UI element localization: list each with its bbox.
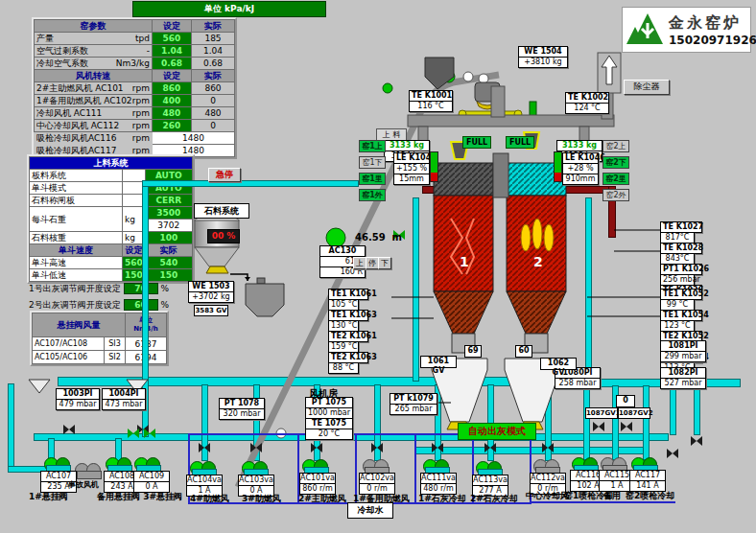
motor-label: 2#石灰冷却 [470, 493, 518, 505]
valve-icon[interactable] [199, 443, 210, 452]
skip-car [326, 228, 345, 247]
valve-icon[interactable] [484, 443, 496, 452]
valve-icon[interactable] [621, 422, 632, 431]
gv1087-1-label: 1087GV1 [585, 407, 618, 419]
motor-label: 1#备用助燃风 [353, 493, 410, 505]
kiln1-temp-stack: TE1 K1061105 °C TE1 K1063130 °C TE2 K106… [328, 290, 391, 374]
kiln2-inner-button[interactable]: 窑2里 [602, 173, 629, 185]
kiln1-top-button[interactable]: 窑1上 [359, 140, 386, 152]
kiln1-outer-button[interactable]: 窑1外 [359, 189, 386, 201]
valve-icon[interactable] [371, 443, 383, 452]
kiln1-bottom-button[interactable]: 窑1下 [359, 156, 386, 169]
kiln-1 [434, 142, 493, 353]
hmi-screen: 单位 kPa/kJ 金永窑炉 15020971926 窑参数 设定 实际 产量t… [0, 0, 756, 533]
hoist-height: 46.59 m [355, 232, 402, 243]
weigh-hopper [246, 284, 284, 316]
silo-level-display: 00 % [207, 229, 240, 243]
we1503-box: WE 1503+3702 kg [188, 282, 234, 303]
kiln1-damper-opening: 69 [464, 345, 482, 358]
skip-weight-box: WE 1504+3810 kg [518, 47, 568, 68]
kiln2-number: 2 [533, 254, 543, 269]
stone-system-label: 石料系统 [194, 203, 249, 219]
kiln2-bottom-button[interactable]: 窑2下 [602, 156, 629, 169]
pi1004-box: 1004PI473 mbar [102, 389, 146, 410]
accident-fan-label: 事故风机 [68, 479, 99, 490]
motor-label: 中心冷却风 [526, 490, 569, 502]
kiln2-damper-opening: 60 [515, 345, 532, 358]
valve-icon[interactable] [144, 429, 155, 438]
gv1062-label: 1062 GV [540, 358, 577, 370]
motor-box: AC1090 A [133, 472, 170, 493]
motor-box: AC117141 A [629, 471, 666, 492]
auto-ash-mode-button[interactable]: 自动出灰模式 [458, 423, 536, 440]
gv3583-label: 3583 GV [194, 305, 228, 316]
dust-collector-button[interactable]: 除尘器 [624, 80, 670, 95]
kiln1-level-box: LE K1045 +155 % 15mm [393, 153, 430, 185]
kiln1-inner-button[interactable]: 窑1里 [359, 173, 386, 185]
motor-box: AC111va480 r/m [420, 474, 457, 495]
valve-icon[interactable] [593, 422, 604, 431]
hoist-stop-button[interactable]: 停 [366, 257, 379, 269]
hoist-down-button[interactable]: 下 [378, 257, 391, 269]
motor-box: AC101va860 r/m [299, 474, 336, 495]
valve-icon[interactable] [542, 443, 554, 452]
gv1061-label: 1061 GV [420, 356, 457, 368]
kiln1-level-bar [430, 151, 438, 182]
motor-label: 备用 [603, 490, 621, 502]
kiln2-outer-button[interactable]: 窑2外 [602, 189, 629, 201]
motor-label: 1#石灰冷却 [418, 493, 466, 505]
valve-icon[interactable] [311, 443, 322, 452]
motor-label: 1#悬挂阀 [29, 491, 68, 503]
kiln1-number: 1 [460, 254, 469, 269]
intake-funnel-1 [29, 380, 50, 393]
motor-label: 4#助燃风 [190, 493, 229, 505]
pi1003-box: 1003PI479 mbar [56, 389, 100, 410]
te-k1001-box: TE K1001116 °C [409, 91, 453, 112]
gv1087-2-label: 1087GV2 [618, 407, 650, 419]
valve-icon[interactable] [691, 436, 702, 446]
te-k1002-box: TE K1002124 °C [565, 93, 609, 114]
pi1081-box: 1081PI299 mbar [660, 341, 706, 362]
motor-box: AC102va0 r/m [359, 474, 395, 495]
hoist-up-button[interactable]: 上 [353, 257, 366, 269]
pt-k1079-box: PT k1079265 mbar [390, 394, 437, 415]
kiln2-level-box: LE K1046 +28 % 910mm [562, 153, 599, 185]
emergency-stop-button[interactable]: 急停 [208, 168, 241, 182]
valve-icon[interactable] [128, 429, 139, 438]
kiln2-full-indicator: FULL [506, 136, 534, 149]
motor-label: 窑2喷枪冷却 [626, 490, 674, 502]
valve-icon[interactable] [63, 425, 75, 434]
kiln2-top-button[interactable]: 窑2上 [602, 140, 629, 152]
kiln-crossover [493, 153, 508, 197]
valve-icon[interactable] [432, 443, 443, 452]
kiln2-level-bar [554, 151, 562, 182]
fan-house-box: PT 10751000 mbar TE 107520 °C [305, 398, 353, 440]
motor-label: 3#助燃风 [242, 493, 281, 505]
kiln1-full-indicator: FULL [462, 136, 491, 149]
pt1078-box: PT 1078320 mbar [219, 399, 265, 420]
backup-suspension-label: 备用悬挂阀 3#悬挂阀 [97, 491, 182, 503]
valve-icon[interactable] [250, 443, 262, 452]
accident-fan-icon[interactable] [75, 463, 102, 479]
pi1082-box: 1082PI527 mbar [660, 368, 706, 389]
logo-icon [625, 10, 667, 50]
gv1087-opening: 0 [616, 395, 635, 407]
motor-label: 2#主助燃风 [298, 493, 346, 505]
valve-icon[interactable] [667, 449, 678, 458]
